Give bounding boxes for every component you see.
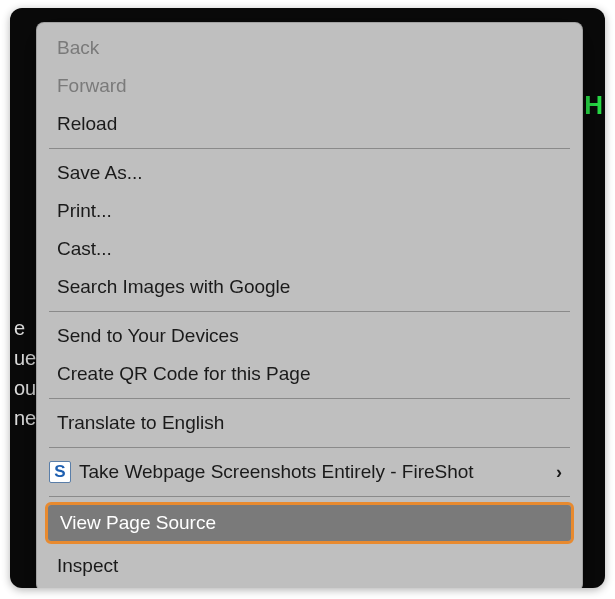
menu-divider	[49, 447, 570, 448]
page-backdrop: e ue ou ne H Back Forward Reload Save As…	[10, 8, 605, 588]
menu-item-cast[interactable]: Cast...	[37, 230, 582, 268]
menu-item-translate[interactable]: Translate to English	[37, 404, 582, 442]
menu-item-back: Back	[37, 29, 582, 67]
menu-item-fireshot[interactable]: S Take Webpage Screenshots Entirely - Fi…	[37, 453, 582, 491]
background-accent-text: H	[584, 90, 603, 121]
menu-item-create-qr[interactable]: Create QR Code for this Page	[37, 355, 582, 393]
highlight-annotation: View Page Source	[45, 502, 574, 544]
menu-divider	[49, 398, 570, 399]
menu-item-search-images[interactable]: Search Images with Google	[37, 268, 582, 306]
menu-item-send-to-devices[interactable]: Send to Your Devices	[37, 317, 582, 355]
menu-divider	[49, 148, 570, 149]
menu-item-label: Take Webpage Screenshots Entirely - Fire…	[79, 459, 474, 485]
menu-item-forward: Forward	[37, 67, 582, 105]
menu-divider	[49, 496, 570, 497]
menu-item-inspect[interactable]: Inspect	[37, 547, 582, 585]
menu-divider	[49, 311, 570, 312]
context-menu: Back Forward Reload Save As... Print... …	[36, 22, 583, 588]
background-text-fragment: e ue ou ne	[14, 313, 36, 433]
fireshot-icon: S	[49, 461, 71, 483]
menu-item-save-as[interactable]: Save As...	[37, 154, 582, 192]
menu-item-print[interactable]: Print...	[37, 192, 582, 230]
chevron-right-icon: ›	[556, 459, 562, 485]
menu-item-reload[interactable]: Reload	[37, 105, 582, 143]
menu-item-view-page-source[interactable]: View Page Source	[48, 505, 571, 541]
